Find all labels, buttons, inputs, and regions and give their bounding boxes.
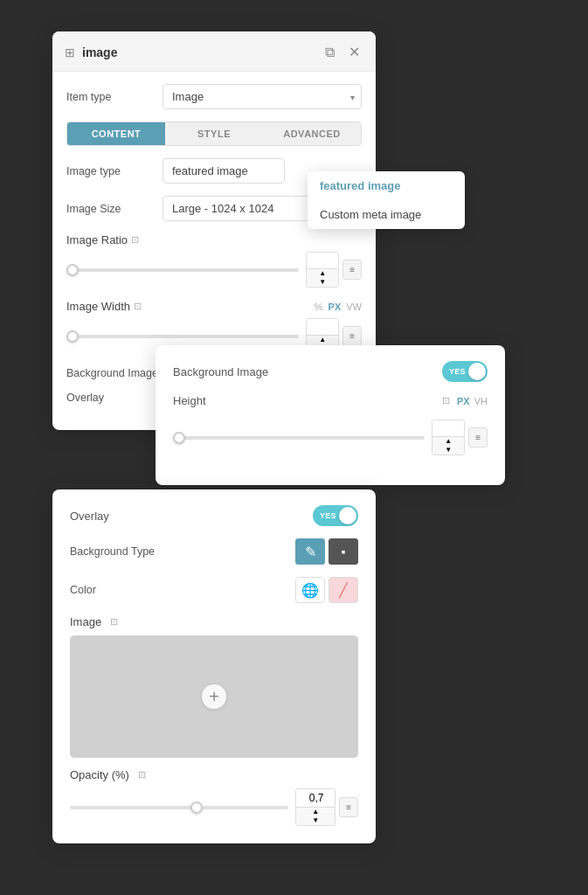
opacity-number-input[interactable]: 0,7 ▲ ▼ [295,788,336,826]
bg-panel: Background Image YES Height ⊡ PX VH ▲ ▼ [156,345,505,485]
image-width-slider-track[interactable] [66,335,299,338]
height-unit-btn[interactable]: ≡ [468,427,488,448]
image-ratio-number-input[interactable]: ▲ ▼ [306,252,339,288]
bg-image-label: Background Image [66,367,163,379]
item-type-label: Item type [66,91,163,103]
overlay-panel-label: Overlay [70,510,313,523]
tab-advanced[interactable]: ADVANCED [263,122,361,145]
height-number-input[interactable]: ▲ ▼ [432,420,465,455]
solid-icon: ✎ [305,544,316,560]
image-widget-icon: ⊞ [65,45,75,59]
bg-type-btn-group: ✎ ▪ [295,538,358,565]
panel-title: image [82,45,117,59]
tab-content[interactable]: CONTENT [67,122,165,145]
height-unit-vh[interactable]: VH [474,396,488,406]
opacity-row: 0,7 ▲ ▼ ≡ [70,788,358,826]
spin-up2[interactable]: ▲ [307,336,338,344]
globe-icon: 🌐 [301,582,319,599]
height-row: Height ⊡ PX VH [173,394,488,407]
image-ratio-slider-thumb[interactable] [66,264,79,276]
overlay-toggle-circle [339,507,356,524]
overlay-panel: Overlay YES Background Type ✎ ▪ Color 🌐 … [52,489,376,843]
opacity-slider-track[interactable] [70,806,288,809]
tabs-row: CONTENT STYLE ADVANCED [66,121,362,146]
image-upload-area[interactable]: + [70,635,358,758]
image-ratio-slider-track[interactable] [66,268,299,272]
bg-type-solid[interactable]: ✎ [295,538,325,565]
color-globe-btn[interactable]: 🌐 [295,577,325,603]
copy-icon: ⧉ [325,45,335,59]
image-type-dropdown: featured image Custom meta image [308,171,465,229]
close-icon: ✕ [349,45,360,59]
unit-vw[interactable]: VW [346,302,362,312]
image-label: Image [70,615,101,628]
height-slider-thumb[interactable] [173,432,185,444]
panel-header: ⊞ image ⧉ ✕ [52,31,376,72]
tab-style[interactable]: STYLE [165,122,263,145]
image-ratio-label: Image Ratio [66,233,128,246]
image-label-row: Image ⊡ [70,615,358,628]
opacity-monitor-icon: ⊡ [138,769,146,781]
color-slash-btn[interactable]: ╱ [329,577,358,603]
bg-toggle[interactable]: YES [442,361,488,382]
bg-type-gradient[interactable]: ▪ [329,538,358,565]
bg-type-label: Background Type [70,545,295,558]
color-label: Color [70,584,295,596]
overlay-toggle-label: YES [320,511,336,520]
image-width-input[interactable] [307,319,339,335]
opacity-unit-btn[interactable]: ≡ [339,797,358,817]
item-type-select[interactable]: Image [163,84,362,109]
spin-up3[interactable]: ▲ [432,437,464,446]
image-ratio-slider-row: ▲ ▼ ≡ [66,252,362,288]
image-width-slider-thumb[interactable] [66,330,79,343]
copy-button[interactable]: ⧉ [322,42,338,62]
height-unit-px[interactable]: PX [457,396,470,406]
spin-down[interactable]: ▼ [307,278,338,287]
opacity-label: Opacity (%) [70,768,129,781]
image-width-label-row: Image Width ⊡ % PX VW [66,300,362,313]
height-input[interactable] [432,420,465,436]
upload-plus-icon: + [202,684,226,709]
image-size-label: Image Size [66,203,163,215]
height-monitor-icon: ⊡ [442,395,450,406]
overlay-toggle[interactable]: YES [313,505,358,526]
image-section-monitor-icon: ⊡ [110,616,118,628]
item-type-control: Image ▾ [163,84,362,109]
image-width-monitor-icon: ⊡ [134,301,142,312]
gradient-icon: ▪ [342,545,346,559]
slash-icon: ╱ [339,582,348,599]
image-ratio-input[interactable] [307,253,339,268]
color-row: Color 🌐 ╱ [70,577,358,603]
image-type-label: Image type [66,165,163,177]
bg-panel-header-row: Background Image YES [173,361,488,382]
image-ratio-monitor-icon: ⊡ [131,234,139,246]
image-ratio-unit-btn[interactable]: ≡ [342,260,362,280]
opacity-input[interactable]: 0,7 [296,789,336,807]
height-slider-row: ▲ ▼ ≡ [173,420,488,455]
toggle-circle [468,363,486,380]
opacity-spin-down[interactable]: ▼ [296,816,335,825]
dropdown-item-featured[interactable]: featured image [308,171,465,200]
item-type-select-wrapper[interactable]: Image ▾ [163,84,362,109]
unit-px[interactable]: PX [329,302,342,312]
spin-up[interactable]: ▲ [307,269,338,278]
bg-type-row: Background Type ✎ ▪ [70,538,358,565]
opacity-slider-thumb[interactable] [190,801,203,814]
image-type-value[interactable]: featured image [163,158,285,184]
image-width-label: Image Width [66,300,130,313]
close-button[interactable]: ✕ [345,42,363,62]
bg-toggle-label: YES [449,367,466,376]
overlay-label: Overlay [66,392,163,404]
overlay-header-row: Overlay YES [70,505,358,526]
height-slider-track[interactable] [173,436,425,440]
unit-percent[interactable]: % [315,302,323,312]
image-width-unit-btn[interactable]: ≡ [342,326,362,346]
item-type-row: Item type Image ▾ [66,84,362,109]
opacity-spin-up[interactable]: ▲ [296,808,335,816]
spin-down3[interactable]: ▼ [432,446,464,454]
height-label: Height [173,394,442,407]
image-ratio-label-row: Image Ratio ⊡ [66,233,362,246]
bg-panel-label: Background Image [173,365,442,378]
dropdown-item-custom-meta[interactable]: Custom meta image [308,200,465,229]
opacity-label-row: Opacity (%) ⊡ [70,768,358,781]
